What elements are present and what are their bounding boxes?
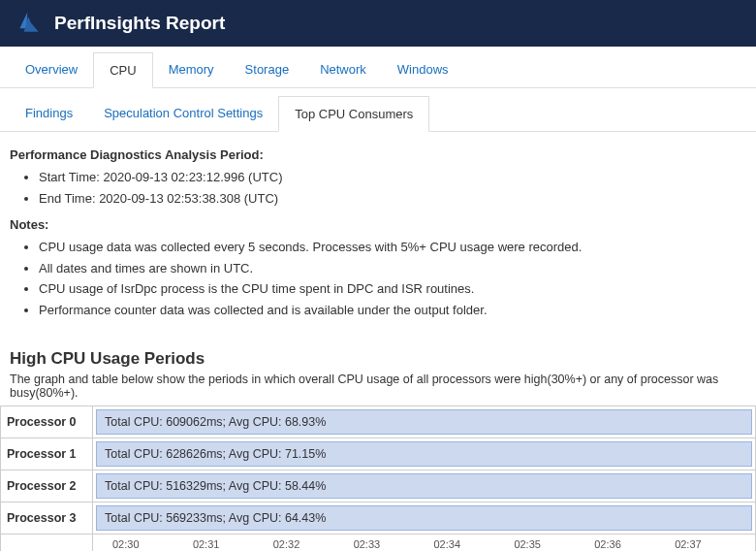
time-axis-row: 02:30 02:31 02:32 02:33 02:34 02:35 02:3… xyxy=(1,535,756,552)
start-time-text: Start Time: 2020-09-13 02:23:12.996 (UTC… xyxy=(39,168,746,187)
time-axis-cell: 02:30 02:31 02:32 02:33 02:34 02:35 02:3… xyxy=(93,535,756,552)
subtab-findings[interactable]: Findings xyxy=(10,96,88,131)
processor-bar-cell: Total CPU: 569233ms; Avg CPU: 64.43% xyxy=(93,502,756,535)
tab-windows[interactable]: Windows xyxy=(382,52,464,87)
axis-tick: 02:32 xyxy=(273,538,354,550)
tab-storage[interactable]: Storage xyxy=(230,52,305,87)
axis-tick: 02:30 xyxy=(112,538,193,550)
app-header: PerfInsights Report xyxy=(0,0,756,47)
table-row: Processor 2 Total CPU: 516329ms; Avg CPU… xyxy=(1,470,756,502)
processor-label: Processor 2 xyxy=(1,470,93,502)
table-row: Processor 0 Total CPU: 609062ms; Avg CPU… xyxy=(1,406,756,438)
time-axis-labels: 02:30 02:31 02:32 02:33 02:34 02:35 02:3… xyxy=(93,538,755,550)
axis-tick: 02:37 xyxy=(675,538,755,550)
main-tab-bar: Overview CPU Memory Storage Network Wind… xyxy=(0,52,756,88)
tab-network[interactable]: Network xyxy=(304,52,382,87)
processor-bar[interactable]: Total CPU: 516329ms; Avg CPU: 58.44% xyxy=(96,473,752,499)
processor-label: Processor 3 xyxy=(1,502,93,535)
analysis-period-heading: Performance Diagnostics Analysis Period: xyxy=(10,147,746,162)
processor-usage-table: Processor 0 Total CPU: 609062ms; Avg CPU… xyxy=(0,405,756,551)
note-item: CPU usage data was collected every 5 sec… xyxy=(39,238,746,257)
processor-bar-cell: Total CPU: 609062ms; Avg CPU: 68.93% xyxy=(93,406,756,438)
end-time-text: End Time: 2020-09-13 02:53:38.308 (UTC) xyxy=(39,189,746,209)
tab-cpu[interactable]: CPU xyxy=(93,52,152,88)
note-item: CPU usage of IsrDpc process is the CPU t… xyxy=(39,279,746,299)
note-item: Performance counter data was collected a… xyxy=(39,301,746,320)
processor-bar[interactable]: Total CPU: 609062ms; Avg CPU: 68.93% xyxy=(96,409,752,435)
processor-bar-cell: Total CPU: 516329ms; Avg CPU: 58.44% xyxy=(93,470,756,502)
table-row: Processor 1 Total CPU: 628626ms; Avg CPU… xyxy=(1,438,756,470)
axis-tick: 02:34 xyxy=(434,538,515,550)
axis-spacer xyxy=(1,535,93,552)
high-cpu-desc: The graph and table below show the perio… xyxy=(10,373,746,400)
processor-label: Processor 0 xyxy=(1,406,93,438)
processor-bar-cell: Total CPU: 628626ms; Avg CPU: 71.15% xyxy=(93,438,756,470)
axis-tick: 02:36 xyxy=(594,538,675,550)
axis-tick: 02:31 xyxy=(193,538,273,550)
processor-bar[interactable]: Total CPU: 628626ms; Avg CPU: 71.15% xyxy=(96,441,752,467)
axis-tick: 02:33 xyxy=(354,538,434,550)
table-row: Processor 3 Total CPU: 569233ms; Avg CPU… xyxy=(1,502,756,535)
sub-tab-bar: Findings Speculation Control Settings To… xyxy=(0,96,756,132)
axis-tick: 02:35 xyxy=(514,538,594,550)
page-title: PerfInsights Report xyxy=(54,13,225,34)
notes-heading: Notes: xyxy=(10,217,746,232)
main-content: Performance Diagnostics Analysis Period:… xyxy=(0,132,756,334)
azure-logo-icon xyxy=(16,10,43,37)
notes-list: CPU usage data was collected every 5 sec… xyxy=(10,238,746,319)
high-cpu-heading: High CPU Usage Periods xyxy=(10,349,756,369)
analysis-period-list: Start Time: 2020-09-13 02:23:12.996 (UTC… xyxy=(10,168,746,208)
processor-label: Processor 1 xyxy=(1,438,93,470)
tab-overview[interactable]: Overview xyxy=(10,52,93,87)
subtab-speculation[interactable]: Speculation Control Settings xyxy=(88,96,278,131)
processor-bar[interactable]: Total CPU: 569233ms; Avg CPU: 64.43% xyxy=(96,505,752,531)
note-item: All dates and times are shown in UTC. xyxy=(39,259,746,278)
subtab-top-cpu-consumers[interactable]: Top CPU Consumers xyxy=(278,96,429,132)
tab-memory[interactable]: Memory xyxy=(153,52,230,87)
